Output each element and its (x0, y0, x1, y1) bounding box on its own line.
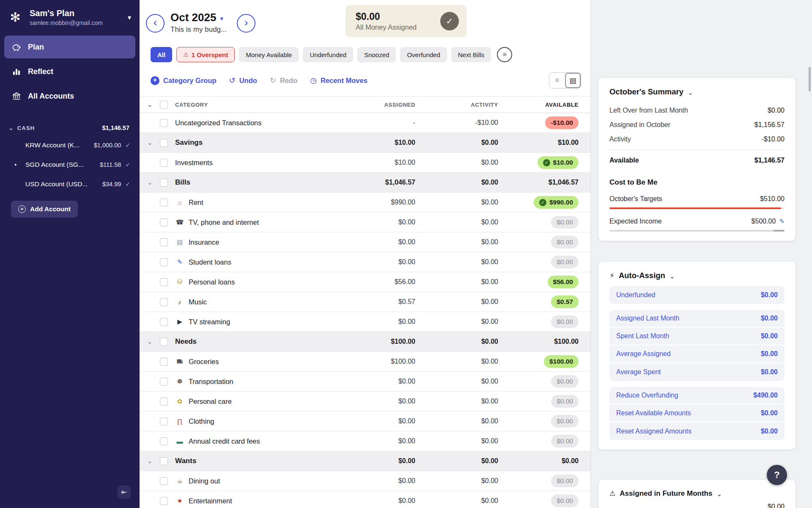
account-row-sgd-account-sg[interactable]: ●SGD Account (SG...$111.58✓ (0, 155, 140, 174)
available-pill[interactable]: $0.00 (551, 216, 579, 229)
nav-item-reflect[interactable]: Reflect (4, 60, 135, 83)
category-row-rent[interactable]: ⌂Rent$990.00$0.00✓$990.00 (140, 193, 590, 213)
plan-dropdown-icon[interactable]: ▾ (128, 14, 131, 22)
chevron-down-icon[interactable]: ⌄ (147, 457, 160, 465)
column-available[interactable]: AVAILABLE (498, 102, 579, 108)
category-group-row-savings[interactable]: ⌄Savings$10.00$0.00$10.00 (140, 133, 590, 153)
category-row-personal-loans[interactable]: ⛁Personal loans$56.00$0.00$56.00 (140, 272, 590, 292)
row-checkbox[interactable] (160, 318, 168, 326)
row-checkbox[interactable] (160, 417, 168, 425)
available-pill[interactable]: -$10.00 (545, 116, 579, 129)
auto-assign-option-average-assigned[interactable]: Average Assigned$0.00 (609, 345, 785, 363)
available-pill[interactable]: $0.00 (551, 236, 579, 248)
filter-pill-money-available[interactable]: Money Available (239, 47, 299, 62)
assigned-amount[interactable]: $1,046.57 (335, 179, 415, 186)
assigned-amount[interactable]: $0.00 (335, 378, 415, 385)
available-pill[interactable]: $56.00 (548, 276, 579, 288)
assigned-amount[interactable]: $0.00 (335, 238, 415, 246)
auto-assign-option-assigned-last-month[interactable]: Assigned Last Month$0.00 (609, 310, 785, 328)
category-group-row-needs[interactable]: ⌄Needs$100.00$0.00$100.00 (140, 332, 590, 352)
available-pill[interactable]: ✓$10.00 (538, 156, 579, 169)
chevron-down-icon[interactable]: ⌄ (147, 101, 160, 108)
assigned-amount[interactable]: $0.00 (335, 437, 415, 445)
assigned-amount[interactable]: $0.00 (335, 477, 415, 485)
row-checkbox[interactable] (160, 437, 168, 445)
row-checkbox[interactable] (160, 218, 168, 226)
assigned-amount[interactable]: $0.00 (335, 258, 415, 266)
row-checkbox[interactable] (160, 477, 168, 485)
row-checkbox[interactable] (160, 139, 168, 147)
auto-assign-option-reset-available-amounts[interactable]: Reset Available Amounts$0.00 (609, 405, 785, 422)
column-category[interactable]: CATEGORY (175, 102, 335, 108)
assigned-amount[interactable]: $0.00 (335, 398, 415, 405)
filter-pill-all[interactable]: All (151, 47, 172, 62)
available-pill[interactable]: $0.00 (551, 494, 579, 507)
filter-pill-1-overspent[interactable]: ⚠1 Overspent (176, 47, 235, 62)
nav-item-plan[interactable]: Plan (4, 36, 135, 58)
assigned-amount[interactable]: $0.00 (335, 318, 415, 326)
plan-switcher[interactable]: ✻ Sam's Plan samlee.mobbin@gmail.com ▾ (0, 0, 140, 32)
available-pill[interactable]: $0.00 (551, 415, 579, 428)
filter-pill-overfunded[interactable]: Overfunded (400, 47, 447, 62)
row-checkbox[interactable] (160, 179, 168, 187)
recent-moves-button[interactable]: ◷ Recent Moves (310, 76, 368, 85)
assigned-amount[interactable]: $0.00 (335, 457, 415, 465)
assigned-amount[interactable]: $0.00 (335, 417, 415, 425)
auto-assign-option-average-spent[interactable]: Average Spent$0.00 (609, 363, 785, 381)
assigned-amount[interactable]: $0.00 (335, 497, 415, 505)
assigned-amount[interactable]: $100.00 (335, 358, 415, 365)
account-row-krw-account-k[interactable]: KRW Account (K...$1,000.00✓ (0, 135, 140, 155)
assigned-amount[interactable]: $100.00 (335, 338, 415, 345)
row-checkbox[interactable] (160, 338, 168, 346)
filter-button[interactable]: ≡ (497, 47, 512, 62)
category-row-uncategorized-transactions[interactable]: Uncategorized Transactions--$10.00-$10.0… (140, 113, 590, 133)
row-checkbox[interactable] (160, 398, 168, 406)
undo-button[interactable]: ↺ Undo (229, 76, 257, 85)
column-activity[interactable]: ACTIVITY (415, 102, 498, 108)
available-pill[interactable]: $0.00 (551, 315, 579, 328)
edit-icon[interactable]: ✎ (779, 218, 785, 225)
available-pill[interactable]: $0.00 (551, 256, 579, 268)
available-pill[interactable]: ✓$990.00 (534, 196, 579, 209)
available-pill[interactable]: $100.00 (544, 355, 579, 368)
chevron-down-icon[interactable]: ⌄ (147, 139, 160, 146)
category-group-row-bills[interactable]: ⌄Bills$1,046.57$0.00$1,046.57 (140, 173, 590, 193)
assigned-amount[interactable]: - (335, 119, 415, 127)
collapse-sidebar-button[interactable]: ⇤ (118, 486, 131, 499)
category-row-transportation[interactable]: ☸Transportation$0.00$0.00$0.00 (140, 372, 590, 392)
future-months-header[interactable]: ⚠ Assigned in Future Months ⌄ (609, 489, 785, 498)
row-checkbox[interactable] (160, 278, 168, 286)
row-checkbox[interactable] (160, 258, 168, 266)
category-row-music[interactable]: ♪Music$0.57$0.00$0.57 (140, 292, 590, 312)
category-row-insurance[interactable]: ▤Insurance$0.00$0.00$0.00 (140, 232, 590, 252)
assigned-amount[interactable]: $0.57 (335, 298, 415, 306)
chevron-down-icon[interactable]: ⌄ (147, 179, 160, 186)
cash-section-header[interactable]: ⌄ CASH $1,146.57 (0, 124, 140, 131)
available-pill[interactable]: $0.00 (551, 375, 579, 388)
available-pill[interactable]: $0.00 (551, 395, 579, 408)
filter-pill-underfunded[interactable]: Underfunded (303, 47, 353, 62)
nav-item-all-accounts[interactable]: All Accounts (4, 85, 135, 108)
category-row-groceries[interactable]: ⛟Groceries$100.00$0.00$100.00 (140, 352, 590, 372)
chevron-down-icon[interactable]: ⌄ (147, 338, 160, 345)
category-group-row-wants[interactable]: ⌄Wants$0.00$0.00$0.00 (140, 451, 590, 471)
assigned-amount[interactable]: $56.00 (335, 278, 415, 286)
assigned-amount[interactable]: $10.00 (335, 159, 415, 166)
month-selector[interactable]: Oct 2025 ▾ (170, 11, 227, 24)
auto-assign-option-reset-assigned-amounts[interactable]: Reset Assigned Amounts$0.00 (609, 422, 785, 440)
next-month-button[interactable]: › (237, 14, 255, 33)
row-checkbox[interactable] (160, 159, 168, 167)
row-checkbox[interactable] (160, 457, 168, 465)
available-pill[interactable]: $0.00 (551, 435, 579, 447)
add-account-button[interactable]: + Add Account (11, 201, 78, 218)
assigned-amount[interactable]: $990.00 (335, 199, 415, 206)
filter-pill-snoozed[interactable]: Snoozed (357, 47, 396, 62)
row-checkbox[interactable] (160, 199, 168, 207)
available-pill[interactable]: $0.00 (551, 475, 579, 487)
row-checkbox[interactable] (160, 238, 168, 246)
column-assigned[interactable]: ASSIGNED (335, 102, 415, 108)
category-row-tv-streaming[interactable]: ▶TV streaming$0.00$0.00$0.00 (140, 312, 590, 332)
add-category-group-button[interactable]: + Category Group (151, 76, 217, 85)
row-checkbox[interactable] (160, 358, 168, 366)
account-row-usd-account-usd[interactable]: USD Account (USD...$34.99✓ (0, 174, 140, 194)
